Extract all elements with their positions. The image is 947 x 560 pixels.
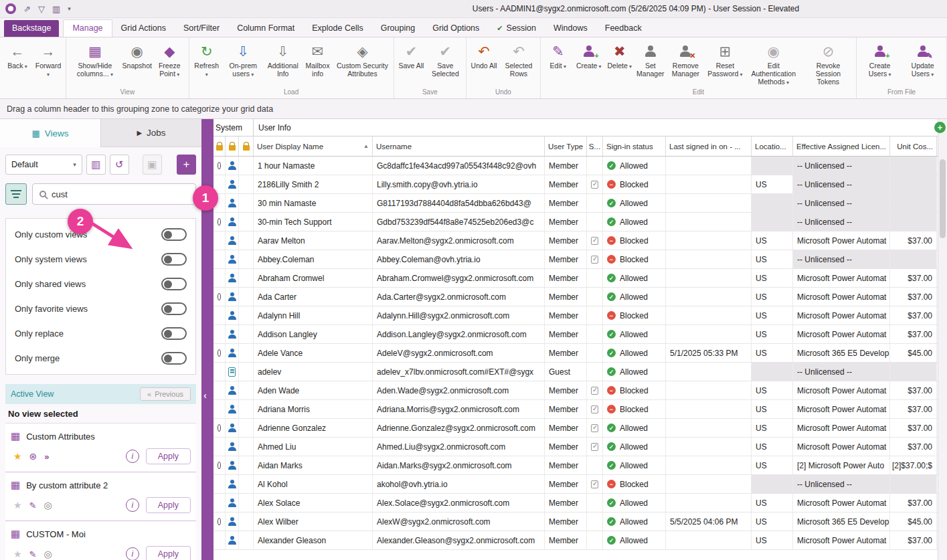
cell-select[interactable] xyxy=(213,531,226,549)
ribbon-button[interactable]: ⇩ Additional Info ▾ xyxy=(264,39,302,79)
group-header-userinfo[interactable]: User Info xyxy=(254,123,938,132)
cell-select[interactable] xyxy=(213,288,226,306)
cell-select[interactable] xyxy=(213,231,226,250)
user-row[interactable]: 2186Lilly Smith 2 Lilly.smith.copy@ovh.y… xyxy=(213,175,938,194)
info-button[interactable]: i xyxy=(126,498,139,512)
sync-checkbox[interactable] xyxy=(591,405,598,413)
view-card[interactable]: ▦ By custom attribute 2 ★✎◎ i Apply xyxy=(5,472,196,521)
sync-checkbox[interactable] xyxy=(591,237,598,245)
column-header[interactable]: Effective Assigned Licen... ▲ xyxy=(793,136,890,156)
cell-select[interactable] xyxy=(213,306,226,324)
view-search-input[interactable]: cust xyxy=(32,183,196,205)
cell-select[interactable] xyxy=(213,325,226,343)
ribbon-button[interactable]: + Create Users ▾ xyxy=(859,39,901,79)
ribbon-button[interactable]: ▦ Show/Hide columns... ▾ xyxy=(68,39,122,79)
previous-view-button[interactable]: « Previous xyxy=(140,387,191,401)
ribbon-button[interactable]: ✉ Mailbox info ▾ xyxy=(302,39,334,79)
column-header[interactable]: S... ▲ xyxy=(587,136,603,156)
view-flag-icon[interactable]: » xyxy=(44,452,49,461)
choose-columns-button[interactable]: ▥ xyxy=(86,155,106,175)
ribbon-button[interactable]: ✕ Remove Manager ▾ xyxy=(666,39,705,79)
vertical-scrollbar[interactable] xyxy=(938,119,947,560)
ribbon-button[interactable]: ✎ Update Users ▾ xyxy=(901,39,944,79)
ribbon-button[interactable]: ⊘ Revoke Session Tokens ▾ xyxy=(802,39,854,87)
ribbon-tab[interactable]: ✔ Grouping xyxy=(372,20,424,37)
ribbon-button[interactable]: ↶ Undo All ▾ xyxy=(468,39,499,71)
toggle-switch[interactable] xyxy=(161,327,187,340)
view-flag-icon[interactable]: ★ xyxy=(13,452,22,461)
toolbar-dropdown-icon[interactable]: ▾ xyxy=(68,6,71,12)
ribbon-tab[interactable]: ✔ Manage xyxy=(63,19,112,37)
cell-select[interactable] xyxy=(213,381,226,399)
user-row[interactable]: Alexander Gleason Alexander.Gleason@sygx… xyxy=(213,531,938,550)
user-row[interactable]: Aden Wade Aden.Wade@sygx2.onmicrosoft.co… xyxy=(213,381,938,400)
view-card[interactable]: ▦ CUSTOM - Moi ★✎◎ i Apply xyxy=(5,521,196,560)
grouping-zone[interactable]: Drag a column header to this grouping zo… xyxy=(0,99,947,119)
toggle-switch[interactable] xyxy=(161,302,187,315)
filter-icon[interactable]: ▽ xyxy=(38,5,45,13)
ribbon-tab[interactable]: ✔ Backstage xyxy=(4,20,59,37)
ribbon-button[interactable]: ✎ Edit ▾ xyxy=(543,39,574,71)
ribbon-button[interactable]: ← Back ▾ xyxy=(2,39,33,71)
ribbon-tab[interactable]: ✔ Session xyxy=(488,20,545,37)
info-button[interactable]: i xyxy=(126,450,139,463)
add-view-button[interactable]: + xyxy=(177,155,196,175)
user-row[interactable]: Abraham Cromwel Abraham.Cromwel@sygx2.on… xyxy=(213,269,938,288)
view-flag-icon[interactable]: ✎ xyxy=(29,550,37,559)
user-row[interactable]: Aarav Melton Aarav.Melton@sygx2.onmicros… xyxy=(213,231,938,250)
column-header[interactable]: ▲ xyxy=(239,136,254,156)
ribbon-button[interactable]: + Create ▾ xyxy=(574,39,604,71)
column-header[interactable]: Sign-in status ▲ xyxy=(603,136,666,156)
ribbon-button[interactable]: ◉ Snapshot ▾ xyxy=(122,39,153,71)
user-row[interactable]: Adalynn Hill Adalynn.Hill@sygx2.onmicros… xyxy=(213,306,938,325)
ribbon-tab[interactable]: ✔ Sort/Filter xyxy=(175,20,228,37)
cell-select[interactable] xyxy=(213,363,226,381)
ribbon-button[interactable]: ↶ Selected Rows ▾ xyxy=(499,39,538,79)
info-button[interactable]: i xyxy=(126,547,139,560)
group-header-system[interactable]: System xyxy=(213,119,254,136)
user-row[interactable]: Alex Wilber AlexW@sygx2.onmicrosoft.com … xyxy=(213,512,938,531)
sync-checkbox[interactable] xyxy=(591,387,598,395)
cell-select[interactable] xyxy=(213,213,226,231)
view-flag-icon[interactable]: ⊛ xyxy=(29,452,37,461)
user-row[interactable]: Ada Carter Ada.Carter@sygx2.onmicrosoft.… xyxy=(213,288,938,306)
column-header[interactable]: Last signed in on - ... ▲ xyxy=(666,136,752,156)
cell-select[interactable] xyxy=(213,269,226,287)
apply-view-button[interactable]: Apply xyxy=(146,546,191,560)
toggle-switch[interactable] xyxy=(161,253,187,266)
ribbon-button[interactable]: Set Manager ▾ xyxy=(635,39,666,79)
view-filters-button[interactable] xyxy=(5,183,27,205)
view-flag-icon[interactable]: ✎ xyxy=(29,501,37,510)
save-view-button[interactable]: ▣ xyxy=(143,155,162,175)
cell-select[interactable] xyxy=(213,494,226,512)
user-row[interactable]: Adriana Morris Adriana.Morris@sygx2.onmi… xyxy=(213,400,938,419)
view-flag-icon[interactable]: ◎ xyxy=(44,549,52,559)
ribbon-button[interactable]: ⇩ On-prem users ▾ xyxy=(222,39,264,79)
sync-checkbox[interactable] xyxy=(591,480,598,488)
column-header[interactable]: Username ▲ xyxy=(373,136,545,156)
user-row[interactable]: Abbey.Coleman Abbey.Coleman@ovh.ytria.io… xyxy=(213,250,938,269)
cell-select[interactable] xyxy=(213,438,226,456)
user-row[interactable]: Ahmed Liu Ahmed.Liu@sygx2.onmicrosoft.co… xyxy=(213,438,938,456)
cell-select[interactable] xyxy=(213,456,226,474)
user-row[interactable]: 30-min Tech Support Gdbd753239df544f8a8e… xyxy=(213,213,938,231)
user-row[interactable]: adelev adelev_x7lbv.onmicrosoft.com#EXT#… xyxy=(213,363,938,381)
toggle-switch[interactable] xyxy=(161,278,187,290)
sidebar-tab[interactable]: ▦ Views xyxy=(0,119,100,147)
ribbon-button[interactable]: ✔ Save Selected ▾ xyxy=(427,39,464,79)
ribbon-button[interactable]: ◈ Custom Security Attributes ▾ xyxy=(334,39,392,79)
user-row[interactable]: Al Kohol akohol@ovh.ytria.io Member Bloc… xyxy=(213,475,938,494)
sync-checkbox[interactable] xyxy=(591,424,598,432)
column-header[interactable]: User Type ▲ xyxy=(545,136,587,156)
sync-checkbox[interactable] xyxy=(591,443,598,451)
toggle-switch[interactable] xyxy=(161,352,187,365)
ribbon-button[interactable]: → Forward ▾ xyxy=(33,39,64,79)
ribbon-tab[interactable]: ✔ Grid Actions xyxy=(112,20,175,37)
ribbon-tab[interactable]: ✔ Column Format xyxy=(228,20,303,37)
user-row[interactable]: 30 min Namaste G8117193d7884404d8fa54dbb… xyxy=(213,194,938,213)
ribbon-tab[interactable]: ✔ Windows xyxy=(545,20,596,37)
share-icon[interactable]: ⇗ xyxy=(23,5,31,13)
apply-view-button[interactable]: Apply xyxy=(146,448,191,464)
view-flag-icon[interactable]: ◎ xyxy=(44,500,52,510)
user-row[interactable]: Alex Solace Alex.Solace@sygx2.onmicrosof… xyxy=(213,494,938,512)
